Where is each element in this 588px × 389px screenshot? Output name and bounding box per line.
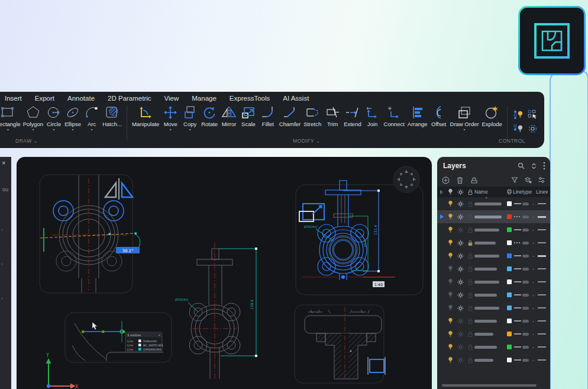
layer-row[interactable]: ⌄ — [437, 197, 550, 210]
caret-down-icon[interactable]: ▾ — [53, 128, 55, 131]
tool-explode[interactable]: Explode — [481, 105, 503, 131]
layer-row[interactable]: ⌄ — [437, 275, 550, 288]
layer-row[interactable]: ⌄ — [437, 236, 550, 249]
drawing-mirror-view[interactable]: 30.1° — [40, 175, 140, 293]
layer-lock-icon[interactable] — [466, 201, 474, 207]
layer-visibility-bulb-icon[interactable] — [445, 200, 455, 207]
layer-freeze-sun-icon[interactable] — [455, 214, 466, 220]
layer-lock-icon[interactable] — [466, 305, 474, 311]
tool-draw-order[interactable]: Draw Order▾ — [449, 105, 480, 131]
caret-down-icon[interactable]: ▾ — [72, 128, 74, 131]
layer-freeze-sun-icon[interactable] — [455, 357, 466, 364]
menu-tab-insert[interactable]: Insert — [5, 95, 22, 102]
layer-row[interactable]: ⌄ — [437, 249, 550, 262]
tool-chamfer[interactable]: Chamfer — [278, 105, 302, 131]
layer-row[interactable]: ⌄ — [437, 301, 550, 314]
tool-trim[interactable]: Trim — [323, 105, 342, 131]
layer-color-swatch[interactable] — [505, 345, 513, 349]
layer-color-swatch[interactable] — [505, 227, 513, 232]
add-layer-icon[interactable] — [442, 176, 450, 184]
tool-stretch[interactable]: Stretch — [302, 105, 322, 131]
layer-color-swatch[interactable] — [505, 332, 513, 336]
lock-column-header[interactable] — [466, 189, 474, 195]
freeze-column-header[interactable] — [455, 189, 466, 195]
layer-lineweight-sample[interactable] — [536, 333, 548, 335]
layer-lock-icon[interactable] — [466, 214, 474, 220]
tool-ellipse[interactable]: Ellipse▾ — [63, 105, 82, 131]
menu-tab-ai-assist[interactable]: AI Assist — [283, 95, 309, 102]
layer-lock-icon[interactable] — [466, 344, 474, 351]
isolate-icon[interactable] — [526, 123, 538, 134]
filter-icon[interactable] — [511, 176, 518, 184]
layer-color-swatch[interactable] — [505, 292, 513, 297]
menu-tab-manage[interactable]: Manage — [192, 95, 217, 102]
linetype-dropdown-icon[interactable]: ⌄ — [531, 319, 536, 323]
layer-off-icon[interactable] — [512, 123, 524, 134]
layer-freeze-sun-icon[interactable] — [455, 344, 466, 351]
layer-lock-icon[interactable] — [466, 253, 474, 259]
layer-freeze-sun-icon[interactable] — [455, 253, 466, 259]
chevron-right-icon[interactable]: › — [1, 295, 3, 301]
layer-row[interactable]: ⌄ — [437, 327, 550, 340]
layer-row[interactable]: ⌄ — [437, 223, 550, 236]
layer-lineweight-sample[interactable] — [536, 203, 548, 204]
tool-mirror[interactable]: Mirror — [219, 105, 238, 131]
layer-row[interactable]: ⌄ — [437, 210, 550, 223]
layer-color-swatch[interactable] — [505, 279, 513, 284]
layer-visibility-bulb-icon[interactable] — [445, 330, 455, 337]
horizontal-scrollbar[interactable] — [442, 384, 537, 387]
linetype-dropdown-icon[interactable]: ⌄ — [531, 279, 536, 284]
layer-freeze-sun-icon[interactable] — [455, 240, 466, 246]
linetype-dropdown-icon[interactable]: ⌄ — [531, 227, 536, 232]
linetype-dropdown-icon[interactable]: ⌄ — [531, 292, 536, 297]
tool-polygon[interactable]: Polygon▾ — [22, 105, 44, 131]
linetype-dropdown-icon[interactable]: ⌄ — [531, 214, 536, 219]
menu-tab-view[interactable]: View — [164, 95, 179, 102]
layer-lock-icon[interactable] — [466, 240, 474, 246]
layer-color-swatch[interactable] — [505, 319, 513, 323]
layer-color-swatch[interactable] — [505, 201, 513, 206]
layer-row[interactable]: ⌄ — [437, 262, 550, 275]
layer-freeze-sun-icon[interactable] — [455, 266, 466, 272]
purge-icon[interactable] — [470, 176, 478, 184]
layer-lineweight-sample[interactable] — [536, 216, 548, 218]
caret-down-icon[interactable]: ▾ — [32, 128, 34, 131]
linetype-dropdown-icon[interactable]: ⌄ — [531, 345, 536, 349]
layer-color-swatch[interactable] — [505, 306, 513, 310]
layer-visibility-bulb-icon[interactable] — [445, 356, 455, 364]
layer-color-swatch[interactable] — [505, 214, 513, 219]
layer-freeze-sun-icon[interactable] — [455, 227, 466, 233]
layer-lock-icon[interactable] — [466, 357, 474, 364]
modify-group-label[interactable]: MODIFY ⌄ — [293, 138, 320, 144]
menu-tab-expresstools[interactable]: ExpressTools — [230, 95, 270, 102]
plot-column-header[interactable] — [505, 189, 513, 195]
kebab-menu-icon[interactable] — [543, 162, 545, 170]
tool-arrange[interactable]: Arrange — [406, 105, 429, 131]
layer-lineweight-sample[interactable] — [536, 294, 548, 295]
layer-lock-icon[interactable] — [466, 331, 474, 337]
tool-circle[interactable]: Circle▾ — [44, 105, 63, 131]
layer-lineweight-sample[interactable] — [536, 268, 548, 269]
navigation-compass[interactable] — [393, 166, 419, 192]
caret-down-icon[interactable]: ▾ — [91, 128, 93, 131]
draw-group-label[interactable]: DRAW ⌄ — [15, 138, 38, 144]
layer-visibility-bulb-icon[interactable] — [445, 252, 455, 259]
collapse-icon[interactable] — [531, 163, 537, 169]
linetype-dropdown-icon[interactable]: ⌄ — [531, 332, 536, 336]
layer-freeze-sun-icon[interactable] — [455, 305, 466, 311]
layer-lock-icon[interactable] — [466, 266, 474, 272]
layer-lineweight-sample[interactable] — [536, 307, 548, 308]
tool-rectangle[interactable]: Rectangle▾ — [0, 105, 22, 131]
layer-freeze-sun-icon[interactable] — [455, 292, 466, 298]
menu-tab-annotate[interactable]: Annotate — [67, 95, 95, 102]
linetype-column-header[interactable]: Linetype — [513, 189, 536, 195]
linetype-dropdown-icon[interactable]: ⌄ — [531, 266, 536, 271]
linetype-dropdown-icon[interactable]: ⌄ — [531, 240, 536, 245]
layer-freeze-sun-icon[interactable] — [455, 201, 466, 207]
layer-freeze-sun-icon[interactable] — [455, 279, 466, 285]
layer-lineweight-sample[interactable] — [536, 359, 548, 361]
drawing-canvas[interactable]: 30.1° Ø30(4x) 138.4 — [17, 157, 432, 389]
layer-lineweight-sample[interactable] — [536, 346, 548, 348]
layer-freeze-sun-icon[interactable] — [455, 318, 466, 324]
drawing-scale-view[interactable]: 80.6 131.4 Ø30(4x) 1:40 — [296, 181, 423, 295]
